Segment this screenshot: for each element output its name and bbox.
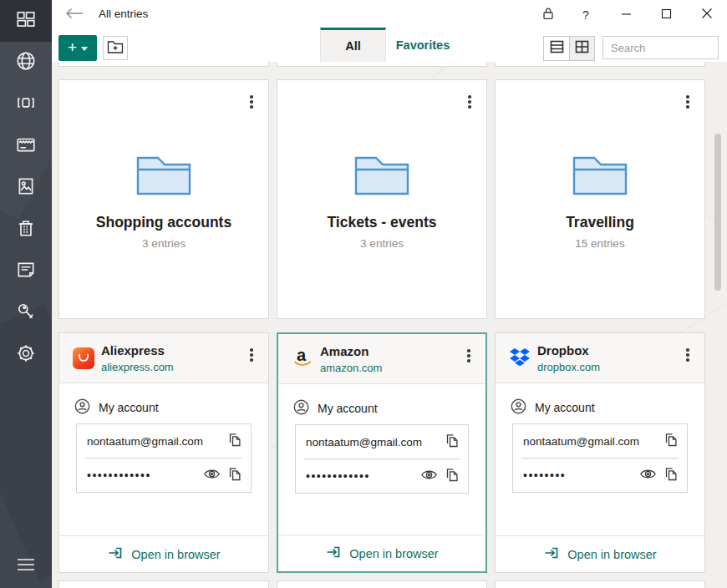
- show-password-button[interactable]: [420, 468, 437, 484]
- kebab-menu-icon[interactable]: [246, 347, 257, 363]
- partial-card-above: [277, 62, 487, 67]
- partial-card-above: [495, 62, 705, 67]
- plus-icon: +: [68, 39, 77, 55]
- account-card-aliexpress[interactable]: Aliexpress aliexpress.com My account non…: [58, 332, 269, 573]
- open-in-browser-icon: [543, 545, 560, 563]
- copy-icon: [444, 467, 460, 486]
- account-user-row: My account: [293, 399, 378, 418]
- sidebar-item-notes[interactable]: [0, 251, 52, 292]
- new-folder-button[interactable]: [103, 36, 128, 60]
- partial-card-below: [277, 580, 487, 588]
- grid-view-button[interactable]: [569, 37, 594, 60]
- open-in-browser-button[interactable]: Open in browser: [278, 535, 486, 571]
- copy-password-button[interactable]: [662, 467, 679, 484]
- show-password-button[interactable]: [203, 467, 220, 484]
- search-box: [602, 36, 719, 59]
- tab-favorites[interactable]: Favorites: [387, 28, 459, 62]
- account-title: Dropbox: [537, 343, 589, 357]
- folder-icon: [136, 152, 191, 195]
- account-domain-link[interactable]: amazon.com: [320, 362, 382, 374]
- open-in-browser-button[interactable]: Open in browser: [59, 535, 268, 572]
- kebab-menu-icon[interactable]: [682, 347, 694, 363]
- copy-icon: [226, 466, 242, 485]
- copy-login-button[interactable]: [443, 433, 460, 450]
- kebab-menu-icon[interactable]: [682, 94, 694, 110]
- user-icon: [511, 398, 526, 417]
- open-in-browser-button[interactable]: Open in browser: [496, 535, 704, 572]
- kebab-menu-icon[interactable]: [464, 94, 475, 110]
- add-entry-button[interactable]: +: [58, 35, 97, 61]
- sidebar-item-banks[interactable]: [0, 209, 52, 251]
- sidebar-item-settings[interactable]: [0, 334, 52, 376]
- search-input[interactable]: [602, 36, 719, 59]
- sidebar-item-applications[interactable]: [0, 84, 52, 125]
- dropbox-logo-icon: [509, 347, 531, 369]
- sidebar-item-websites[interactable]: [0, 42, 52, 84]
- password-value: ••••••••••••: [87, 469, 197, 482]
- view-toggle: [543, 36, 595, 61]
- copy-login-button[interactable]: [662, 433, 679, 449]
- account-user-row: My account: [74, 398, 159, 417]
- sidebar-item-all-entries[interactable]: [0, 0, 52, 42]
- folder-card-shopping-accounts[interactable]: Shopping accounts 3 entries: [58, 79, 269, 319]
- account-domain-link[interactable]: dropbox.com: [537, 361, 600, 373]
- back-arrow-icon: [65, 8, 84, 23]
- folder-entry-count: 3 entries: [59, 237, 268, 250]
- notes-icon: [15, 259, 37, 284]
- password-row: ••••••••••••: [77, 459, 251, 492]
- copy-login-button[interactable]: [226, 433, 242, 449]
- account-label: My account: [318, 402, 378, 415]
- lock-button[interactable]: [536, 4, 561, 26]
- list-view-button[interactable]: [544, 37, 569, 60]
- hamburger-menu-icon: [16, 557, 36, 575]
- open-in-browser-label: Open in browser: [349, 547, 438, 560]
- sidebar-hamburger-menu[interactable]: [0, 545, 52, 588]
- login-row: nontaatum@gmail.com: [77, 424, 251, 458]
- account-card-amazon[interactable]: a Amazon amazon.com My account nontaatum…: [277, 332, 487, 573]
- new-folder-icon: [107, 39, 124, 58]
- close-button[interactable]: [694, 4, 719, 26]
- open-in-browser-label: Open in browser: [131, 548, 220, 561]
- copy-password-button[interactable]: [443, 468, 460, 484]
- scrollbar-thumb[interactable]: [714, 134, 721, 291]
- folder-card-travelling[interactable]: Travelling 15 entries: [495, 79, 705, 319]
- minimize-button[interactable]: [613, 4, 638, 26]
- account-domain-link[interactable]: aliexpress.com: [101, 361, 174, 373]
- eye-icon: [420, 468, 438, 485]
- open-in-browser-icon: [325, 545, 342, 562]
- copy-password-button[interactable]: [226, 467, 242, 484]
- partial-card-below: [58, 580, 269, 588]
- copy-icon: [226, 432, 242, 451]
- eye-icon: [639, 467, 657, 484]
- copy-icon: [444, 433, 460, 452]
- folder-entry-count: 15 entries: [496, 237, 704, 250]
- folder-title: Travelling: [496, 214, 704, 231]
- tab-favorites-label: Favorites: [396, 38, 450, 52]
- folder-icon: [354, 152, 409, 195]
- list-view-icon: [550, 40, 564, 57]
- folder-title: Shopping accounts: [59, 214, 268, 231]
- back-button[interactable]: [64, 7, 85, 23]
- tab-all[interactable]: All: [320, 28, 386, 62]
- grid-view-icon: [575, 40, 589, 57]
- sidebar-item-images[interactable]: [0, 167, 52, 209]
- show-password-button[interactable]: [639, 467, 656, 484]
- kebab-menu-icon[interactable]: [463, 347, 475, 364]
- maximize-button[interactable]: [653, 4, 679, 26]
- kebab-menu-icon[interactable]: [246, 94, 257, 110]
- sidebar: [0, 0, 52, 588]
- app-window: All entries ? +: [0, 0, 727, 588]
- folder-entry-count: 3 entries: [277, 237, 486, 250]
- folder-card-tickets-events[interactable]: Tickets - events 3 entries: [277, 79, 487, 319]
- password-row: ••••••••: [513, 459, 687, 492]
- account-card-header: Aliexpress aliexpress.com: [59, 333, 268, 383]
- tab-all-label: All: [345, 39, 361, 53]
- aliexpress-logo-icon: [73, 347, 94, 369]
- help-button[interactable]: ?: [573, 4, 598, 26]
- bank-building-icon: [15, 217, 37, 242]
- sidebar-item-passwords[interactable]: [0, 292, 52, 334]
- chevron-down-icon: [81, 47, 88, 51]
- account-card-dropbox[interactable]: Dropbox dropbox.com My account nontaatum…: [495, 332, 705, 573]
- sidebar-item-bank-cards[interactable]: [0, 125, 52, 167]
- minimize-icon: [621, 8, 632, 23]
